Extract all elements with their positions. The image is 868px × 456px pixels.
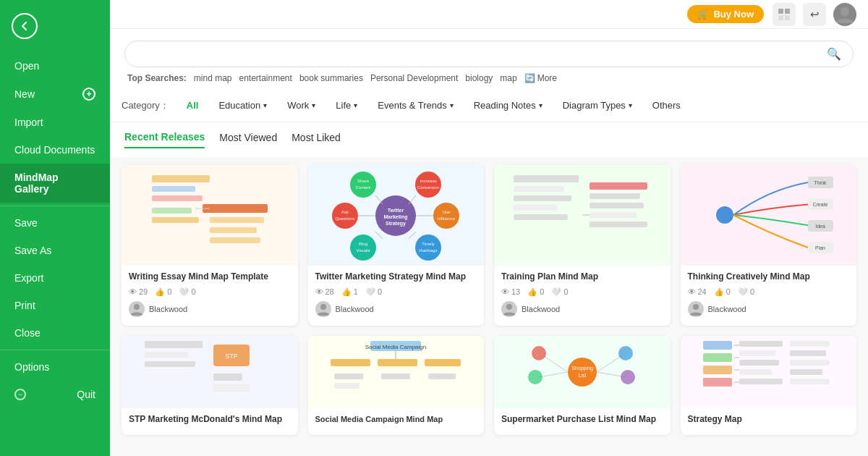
card-twitter[interactable]: Twitter Marketing Strategy Share Content…: [308, 164, 485, 326]
svg-line-39: [409, 195, 416, 204]
svg-rect-10: [203, 204, 268, 213]
sort-tabs: Recent Releases Most Viewed Most Liked: [110, 122, 868, 157]
cat-work[interactable]: Work ▾: [278, 96, 324, 114]
svg-text:Hashtags: Hashtags: [420, 248, 438, 253]
card-thumb-supermarket: Shopping List: [494, 336, 671, 408]
views-stat-t: 👁 28: [315, 287, 334, 296]
more-button[interactable]: 🔄 More: [524, 73, 557, 83]
author-avatar-writing: [129, 301, 145, 317]
sidebar-item-export[interactable]: Export: [0, 264, 110, 292]
sort-recent[interactable]: Recent Releases: [124, 131, 205, 148]
sidebar-item-print[interactable]: Print: [0, 292, 110, 319]
likes-stat: 👍 0: [155, 287, 171, 297]
svg-rect-69: [145, 361, 195, 367]
svg-rect-77: [331, 359, 370, 366]
svg-rect-3: [785, 15, 790, 20]
svg-rect-48: [514, 205, 557, 211]
sidebar-top: [0, 0, 110, 52]
category-label: Category：: [122, 99, 169, 112]
sidebar-item-import[interactable]: Import: [0, 109, 110, 136]
card-strategy[interactable]: Strategy Map: [681, 336, 857, 436]
sidebar-item-save[interactable]: Save: [0, 209, 110, 237]
search-tag-2[interactable]: book summaries: [299, 73, 363, 83]
author-avatar-thinking: [688, 301, 704, 317]
card-thumb-social: Social Media Campaign: [308, 336, 485, 408]
events-dropdown-icon: ▾: [450, 101, 454, 109]
views-stat-tr: 👁 13: [501, 287, 520, 296]
top-bar: Buy Now ↩: [110, 0, 868, 29]
svg-rect-104: [790, 341, 830, 347]
likes-stat-t: 👍 1: [341, 287, 358, 297]
cat-all[interactable]: All: [178, 96, 208, 114]
life-dropdown-icon: ▾: [354, 101, 357, 109]
card-thumb-stp: STP: [122, 336, 298, 408]
new-plus-icon: +: [82, 88, 95, 101]
svg-text:Social Media Campaign: Social Media Campaign: [365, 344, 427, 350]
sidebar-item-cloud[interactable]: Cloud Documents: [0, 136, 110, 164]
svg-rect-5: [152, 175, 210, 182]
sidebar-item-save-as[interactable]: Save As: [0, 237, 110, 264]
card-thinking[interactable]: Think Create Idea Plan Thinking Creative…: [681, 164, 857, 326]
card-training[interactable]: Training Plan Mind Map 👁 13 👍 0 🤍 0 Blac…: [494, 164, 671, 326]
sidebar-item-close[interactable]: Close: [0, 319, 110, 347]
sidebar-item-new[interactable]: New +: [0, 80, 110, 109]
card-social[interactable]: Social Media Campaign Social Media Campa…: [308, 336, 485, 436]
sort-viewed[interactable]: Most Viewed: [219, 132, 277, 148]
svg-rect-13: [210, 237, 260, 243]
svg-line-88: [539, 372, 568, 377]
svg-rect-83: [428, 373, 456, 379]
card-title-strategy: Strategy Map: [688, 414, 850, 426]
cat-education[interactable]: Education ▾: [210, 96, 276, 114]
card-stats-thinking: 👁 24 👍 0 🤍 0: [688, 287, 850, 297]
card-title-training: Training Plan Mind Map: [501, 271, 663, 283]
svg-point-15: [134, 304, 140, 310]
views-stat: 👁 29: [129, 287, 148, 296]
svg-rect-9: [152, 217, 199, 223]
cat-life[interactable]: Life ▾: [327, 96, 366, 114]
sidebar-item-options[interactable]: Options: [0, 353, 110, 381]
template-icon-button[interactable]: [773, 3, 796, 26]
quit-minus-icon: −: [14, 389, 26, 400]
search-icon: 🔍: [827, 47, 841, 61]
undo-button[interactable]: ↩: [803, 3, 826, 26]
search-tag-4[interactable]: biology: [465, 73, 493, 83]
card-stats-training: 👁 13 👍 0 🤍 0: [501, 287, 663, 297]
sidebar-item-open[interactable]: Open: [0, 52, 110, 80]
search-tag-3[interactable]: Personal Development: [370, 73, 458, 83]
card-title-social: Social Media Campaign Mind Map: [315, 414, 477, 424]
sidebar-item-quit[interactable]: − Quit: [0, 381, 110, 408]
svg-rect-47: [514, 195, 571, 201]
svg-point-26: [433, 203, 459, 229]
buy-now-button[interactable]: Buy Now: [687, 5, 764, 23]
card-author-thinking: Blackwood: [688, 301, 850, 320]
search-tag-5[interactable]: map: [500, 73, 516, 83]
search-tag-1[interactable]: entertainment: [239, 73, 292, 83]
svg-text:Idea: Idea: [815, 224, 825, 229]
svg-point-66: [693, 304, 699, 310]
sidebar-item-gallery[interactable]: MindMap Gallery: [0, 164, 110, 203]
sort-liked[interactable]: Most Liked: [292, 132, 341, 148]
cat-reading[interactable]: Reading Notes ▾: [465, 96, 551, 114]
card-title-stp: STP Marketing McDonald's Mind Map: [129, 414, 291, 426]
card-stp[interactable]: STP STP Marketing McDonald's Mind Map: [122, 336, 298, 436]
svg-rect-52: [590, 203, 644, 208]
cat-others[interactable]: Others: [644, 96, 689, 114]
user-avatar[interactable]: [833, 3, 856, 26]
svg-point-44: [320, 304, 326, 310]
card-title-thinking: Thinking Creatively Mind Map: [688, 271, 850, 283]
card-info-twitter: Twitter Marketing Strategy Mind Map 👁 28…: [308, 266, 485, 326]
search-input[interactable]: [137, 48, 827, 60]
back-button[interactable]: [12, 13, 38, 39]
card-supermarket[interactable]: Shopping List Supermarket Purchase List …: [494, 336, 671, 436]
top-searches: Top Searches: mind map entertainment boo…: [124, 67, 854, 83]
cat-events[interactable]: Events & Trends ▾: [369, 96, 461, 114]
card-info-writing: Writing Essay Mind Map Template 👁 29 👍 0…: [122, 266, 298, 326]
svg-rect-102: [739, 369, 772, 375]
gallery-area: Writing Essay Mind Map Template 👁 29 👍 0…: [110, 157, 868, 456]
cat-diagram[interactable]: Diagram Types ▾: [554, 96, 641, 114]
svg-text:Think: Think: [814, 180, 827, 185]
card-writing-essay[interactable]: Writing Essay Mind Map Template 👁 29 👍 0…: [122, 164, 298, 326]
svg-point-91: [532, 346, 546, 360]
category-bar: Category： All Education ▾ Work ▾ Life ▾ …: [110, 89, 868, 122]
search-tag-0[interactable]: mind map: [194, 73, 232, 83]
